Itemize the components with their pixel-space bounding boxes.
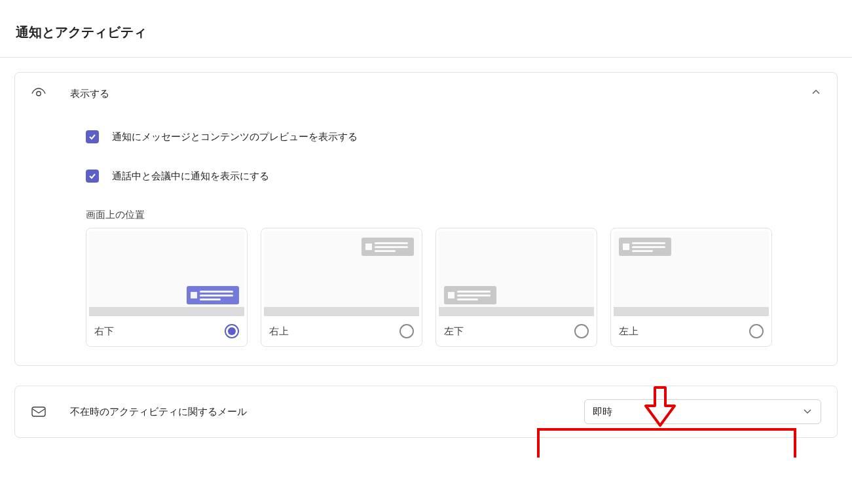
- dropdown-selected-value: 即時: [593, 406, 612, 418]
- position-label-br: 右下: [94, 325, 114, 338]
- display-section-title: 表示する: [49, 88, 811, 100]
- toast-icon: [619, 238, 671, 256]
- chevron-up-icon: [811, 87, 821, 100]
- page-title: 通知とアクティビティ: [16, 24, 852, 41]
- position-heading: 画面上の位置: [86, 209, 821, 221]
- position-label-bl: 左下: [444, 325, 464, 338]
- radio-unselected-icon: [399, 324, 414, 338]
- position-label-tr: 右上: [269, 325, 289, 338]
- position-preview: [614, 231, 769, 316]
- radio-selected-icon: [225, 324, 239, 338]
- eye-icon: [31, 87, 49, 100]
- checkbox-preview-row[interactable]: 通知にメッセージとコンテンツのプレビューを表示する: [86, 130, 821, 143]
- email-frequency-dropdown[interactable]: 即時: [584, 399, 821, 424]
- display-section: 表示する 通知にメッセージとコンテンツのプレビューを表示する: [14, 72, 838, 366]
- position-preview: [89, 231, 244, 316]
- mail-icon: [31, 405, 49, 418]
- annotation-arrow-icon: [640, 385, 680, 433]
- position-option-bottom-right[interactable]: 右下: [86, 228, 248, 347]
- email-section-title: 不在時のアクティビティに関するメール: [49, 406, 584, 418]
- toast-icon: [361, 238, 414, 256]
- position-option-top-left[interactable]: 左上: [610, 228, 772, 347]
- position-option-top-right[interactable]: 右上: [261, 228, 422, 347]
- display-section-header[interactable]: 表示する: [15, 73, 837, 113]
- checkbox-preview-label: 通知にメッセージとコンテンツのプレビューを表示する: [112, 131, 358, 143]
- toast-icon: [444, 286, 496, 304]
- radio-unselected-icon: [749, 324, 764, 338]
- toast-icon: [187, 286, 239, 304]
- radio-unselected-icon: [574, 324, 589, 338]
- position-preview: [439, 231, 594, 316]
- position-label-tl: 左上: [619, 325, 639, 338]
- position-preview: [264, 231, 419, 316]
- svg-rect-1: [32, 407, 45, 416]
- checkbox-checked-icon: [86, 170, 99, 183]
- checkbox-checked-icon: [86, 130, 99, 143]
- svg-point-0: [37, 92, 41, 96]
- email-section: 不在時のアクティビティに関するメール 即時: [14, 386, 838, 438]
- chevron-down-icon: [802, 406, 813, 418]
- checkbox-during-call-row[interactable]: 通話中と会議中に通知を表示にする: [86, 170, 821, 183]
- position-option-bottom-left[interactable]: 左下: [435, 228, 597, 347]
- checkbox-during-call-label: 通話中と会議中に通知を表示にする: [112, 170, 269, 183]
